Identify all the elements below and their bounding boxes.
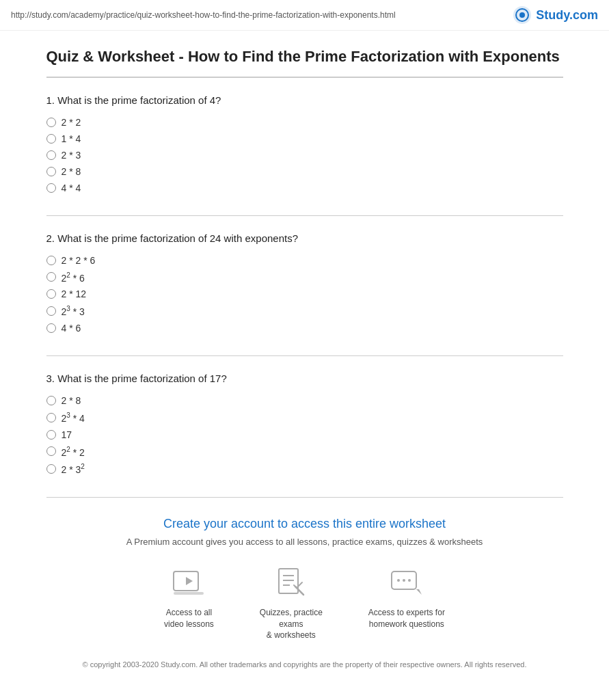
option-2-2[interactable]: 22 * 6 [46,269,563,286]
svg-marker-4 [186,577,193,585]
option-label-3-5: 2 * 32 [62,463,85,475]
option-label-3-3: 17 [62,429,72,440]
logo-text: Study.com [536,8,598,23]
question-3: 3. What is the prime factorization of 17… [46,373,563,478]
radio-1-2[interactable] [46,134,56,144]
feature-quizzes: Quizzes, practice exams& worksheets [247,566,336,641]
option-1-3[interactable]: 2 * 3 [46,147,563,163]
radio-3-2[interactable] [46,413,56,422]
video-icon [171,566,206,602]
expert-icon [389,566,424,602]
option-label-2-1: 2 * 2 * 6 [62,255,96,266]
question-3-text: 3. What is the prime factorization of 17… [46,373,563,384]
option-1-5[interactable]: 4 * 4 [46,180,563,196]
question-1: 1. What is the prime factorization of 4?… [46,94,563,196]
radio-3-5[interactable] [46,464,56,474]
option-label-1-4: 2 * 8 [62,166,81,177]
studycom-logo-icon [513,5,532,25]
logo-area: Study.com [513,5,598,25]
feature-experts: Access to experts forhomework questions [368,566,445,641]
option-label-1-3: 2 * 3 [62,150,81,161]
svg-rect-5 [174,592,204,595]
feature-video: Access to allvideo lessons [164,566,214,641]
option-label-3-1: 2 * 8 [62,395,81,406]
option-2-3[interactable]: 2 * 12 [46,286,563,302]
option-2-5[interactable]: 4 * 6 [46,320,563,336]
cta-section: Create your account to access this entir… [46,497,563,682]
option-label-3-2: 23 * 4 [62,412,85,424]
url-bar: http://study.com/academy/practice/quiz-w… [11,10,396,20]
cta-title: Create your account to access this entir… [57,517,552,531]
option-3-2[interactable]: 23 * 4 [46,409,563,427]
svg-point-14 [408,579,411,582]
svg-point-13 [403,579,405,582]
question-3-options: 2 * 823 * 41722 * 22 * 32 [46,392,563,478]
radio-2-5[interactable] [46,323,56,333]
radio-1-4[interactable] [46,167,56,176]
radio-1-3[interactable] [46,150,56,160]
question-2-text: 2. What is the prime factorization of 24… [46,232,563,244]
option-label-2-2: 22 * 6 [62,271,85,284]
radio-2-2[interactable] [46,272,56,282]
option-3-3[interactable]: 17 [46,427,563,443]
top-bar: http://study.com/academy/practice/quiz-w… [0,0,609,31]
radio-1-1[interactable] [46,118,56,127]
radio-3-1[interactable] [46,396,56,405]
question-2-options: 2 * 2 * 622 * 62 * 1223 * 34 * 6 [46,252,563,336]
question-1-text: 1. What is the prime factorization of 4? [46,94,563,106]
feature-experts-label: Access to experts forhomework questions [368,607,445,630]
svg-point-2 [519,12,525,18]
option-2-4[interactable]: 23 * 3 [46,302,563,320]
radio-2-4[interactable] [46,306,56,316]
features-row: Access to allvideo lessons Quizzes, prac… [57,566,552,641]
option-label-2-5: 4 * 6 [62,323,81,334]
option-1-4[interactable]: 2 * 8 [46,163,563,180]
feature-quizzes-label: Quizzes, practice exams& worksheets [247,607,336,641]
option-label-1-5: 4 * 4 [62,183,81,193]
option-1-1[interactable]: 2 * 2 [46,114,563,131]
radio-1-5[interactable] [46,183,56,193]
option-3-5[interactable]: 2 * 32 [46,460,563,478]
question-2: 2. What is the prime factorization of 24… [46,232,563,336]
option-label-2-3: 2 * 12 [62,288,87,299]
copyright: © copyright 2003-2020 Study.com. All oth… [57,660,552,669]
cta-subtitle: A Premium account gives you access to al… [57,537,552,547]
option-label-2-4: 23 * 3 [62,305,85,317]
option-label-3-4: 22 * 2 [62,446,85,458]
question-1-options: 2 * 21 * 42 * 32 * 84 * 4 [46,114,563,196]
radio-3-3[interactable] [46,430,56,440]
svg-point-12 [397,579,400,582]
option-2-1[interactable]: 2 * 2 * 6 [46,252,563,269]
radio-2-3[interactable] [46,289,56,299]
option-1-2[interactable]: 1 * 4 [46,131,563,147]
radio-2-1[interactable] [46,256,56,265]
option-label-1-1: 2 * 2 [62,117,81,128]
option-label-1-2: 1 * 4 [62,133,81,144]
quiz-icon [273,566,309,602]
feature-video-label: Access to allvideo lessons [164,607,214,630]
page-title: Quiz & Worksheet - How to Find the Prime… [46,47,563,78]
option-3-4[interactable]: 22 * 2 [46,443,563,461]
option-3-1[interactable]: 2 * 8 [46,392,563,409]
radio-3-4[interactable] [46,446,56,456]
